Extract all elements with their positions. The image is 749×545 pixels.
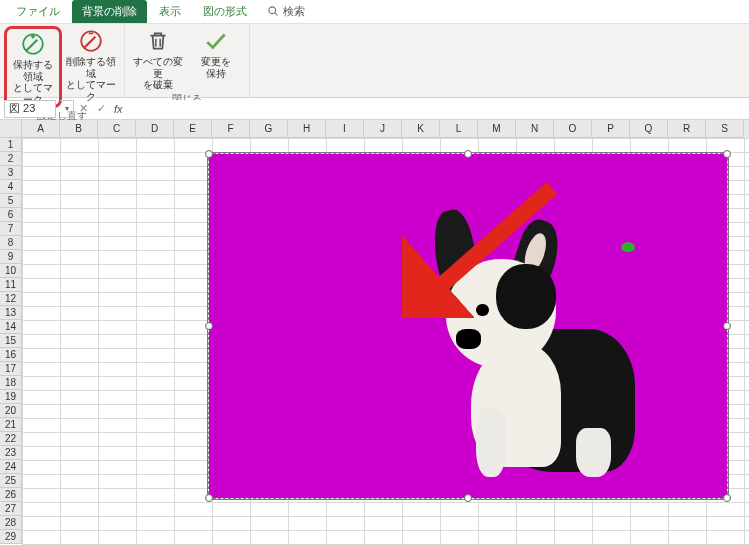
row-header[interactable]: 29 [0, 530, 22, 544]
fx-icon[interactable]: fx [110, 103, 127, 115]
row-header[interactable]: 9 [0, 250, 22, 264]
row-header[interactable]: 3 [0, 166, 22, 180]
column-header[interactable]: F [212, 120, 250, 138]
dog-front-leg [476, 408, 506, 477]
dog-back-leg [576, 428, 611, 478]
resize-handle-s[interactable] [464, 494, 472, 502]
discard-label-1: すべての変更 [131, 56, 185, 79]
column-header[interactable]: Q [630, 120, 668, 138]
formula-input[interactable] [127, 100, 749, 118]
confirm-edit-button[interactable]: ✓ [92, 102, 110, 115]
row-header[interactable]: 12 [0, 292, 22, 306]
svg-point-0 [269, 6, 276, 13]
name-box-dropdown[interactable]: ▾ [60, 100, 74, 118]
column-header[interactable]: O [554, 120, 592, 138]
row-header[interactable]: 25 [0, 474, 22, 488]
row-header[interactable]: 2 [0, 152, 22, 166]
resize-handle-n[interactable] [464, 150, 472, 158]
tab-bar: ファイル 背景の削除 表示 図の形式 検索 [0, 0, 749, 24]
row-header[interactable]: 19 [0, 390, 22, 404]
dog-eye-patch [496, 264, 556, 328]
row-header[interactable]: 16 [0, 348, 22, 362]
dog-eye [476, 304, 488, 316]
tab-file[interactable]: ファイル [6, 0, 70, 23]
column-header[interactable]: A [22, 120, 60, 138]
keep-label-2: 保持 [206, 68, 226, 80]
resize-handle-sw[interactable] [205, 494, 213, 502]
row-header[interactable]: 26 [0, 488, 22, 502]
svg-line-1 [275, 12, 278, 15]
column-header[interactable]: E [174, 120, 212, 138]
ribbon-group-close: すべての変更 を破棄 変更を 保持 閉じる [125, 24, 250, 97]
column-header[interactable]: K [402, 120, 440, 138]
column-header[interactable]: B [60, 120, 98, 138]
keep-label-1: 変更を [201, 56, 231, 68]
resize-handle-nw[interactable] [205, 150, 213, 158]
chevron-down-icon: ▾ [65, 104, 69, 113]
column-header[interactable]: C [98, 120, 136, 138]
column-header[interactable]: M [478, 120, 516, 138]
cell-grid[interactable] [22, 138, 749, 545]
search-box[interactable]: 検索 [267, 4, 305, 19]
trash-icon [145, 28, 171, 54]
row-header[interactable]: 24 [0, 460, 22, 474]
row-header[interactable]: 27 [0, 502, 22, 516]
mark-remove-button[interactable]: 削除する領域 としてマーク [62, 26, 120, 108]
select-all-corner[interactable] [0, 120, 22, 138]
inserted-picture[interactable] [208, 153, 728, 499]
discard-label-2: を破棄 [143, 79, 173, 91]
row-header[interactable]: 17 [0, 362, 22, 376]
row-header[interactable]: 5 [0, 194, 22, 208]
row-header[interactable]: 11 [0, 278, 22, 292]
row-header[interactable]: 7 [0, 222, 22, 236]
row-header[interactable]: 8 [0, 236, 22, 250]
row-header[interactable]: 1 [0, 138, 22, 152]
row-header[interactable]: 4 [0, 180, 22, 194]
row-header[interactable]: 23 [0, 446, 22, 460]
column-header[interactable]: R [668, 120, 706, 138]
pencil-minus-icon [78, 28, 104, 54]
discard-changes-button[interactable]: すべての変更 を破棄 [129, 26, 187, 91]
tab-background-removal[interactable]: 背景の削除 [72, 0, 147, 23]
pencil-plus-icon [20, 31, 46, 57]
mark-remove-label-1: 削除する領域 [64, 56, 118, 79]
row-header[interactable]: 14 [0, 320, 22, 334]
row-header[interactable]: 10 [0, 264, 22, 278]
column-header[interactable]: L [440, 120, 478, 138]
worksheet: 1234567891011121314151617181920212223242… [0, 120, 749, 545]
row-header[interactable]: 28 [0, 516, 22, 530]
column-header[interactable]: P [592, 120, 630, 138]
dog-nose [456, 329, 481, 349]
row-header[interactable]: 15 [0, 334, 22, 348]
row-headers: 1234567891011121314151617181920212223242… [0, 138, 22, 544]
row-header[interactable]: 13 [0, 306, 22, 320]
column-header[interactable]: N [516, 120, 554, 138]
cancel-edit-button[interactable]: ✕ [74, 102, 92, 115]
row-header[interactable]: 20 [0, 404, 22, 418]
row-header[interactable]: 21 [0, 418, 22, 432]
row-header[interactable]: 6 [0, 208, 22, 222]
mark-keep-button[interactable]: 保持する領域 としてマーク [4, 26, 62, 108]
mark-keep-label-1: 保持する領域 [9, 59, 57, 82]
resize-handle-e[interactable] [723, 322, 731, 330]
tab-picture-format[interactable]: 図の形式 [193, 0, 257, 23]
row-header[interactable]: 22 [0, 432, 22, 446]
column-header[interactable]: S [706, 120, 744, 138]
search-icon [267, 5, 279, 19]
resize-handle-se[interactable] [723, 494, 731, 502]
keep-changes-button[interactable]: 変更を 保持 [187, 26, 245, 91]
resize-handle-w[interactable] [205, 322, 213, 330]
column-header[interactable]: H [288, 120, 326, 138]
tab-view[interactable]: 表示 [149, 0, 191, 23]
resize-handle-ne[interactable] [723, 150, 731, 158]
keep-mark-indicator [621, 242, 635, 252]
ribbon: 保持する領域 としてマーク 削除する領域 としてマーク 設定し直す すべての変更… [0, 24, 749, 98]
column-header[interactable]: J [364, 120, 402, 138]
column-header[interactable]: G [250, 120, 288, 138]
column-header[interactable]: D [136, 120, 174, 138]
ribbon-group-refine: 保持する領域 としてマーク 削除する領域 としてマーク 設定し直す [0, 24, 125, 97]
search-label: 検索 [283, 4, 305, 19]
column-header[interactable]: I [326, 120, 364, 138]
name-box[interactable]: 図 23 [4, 100, 56, 118]
row-header[interactable]: 18 [0, 376, 22, 390]
